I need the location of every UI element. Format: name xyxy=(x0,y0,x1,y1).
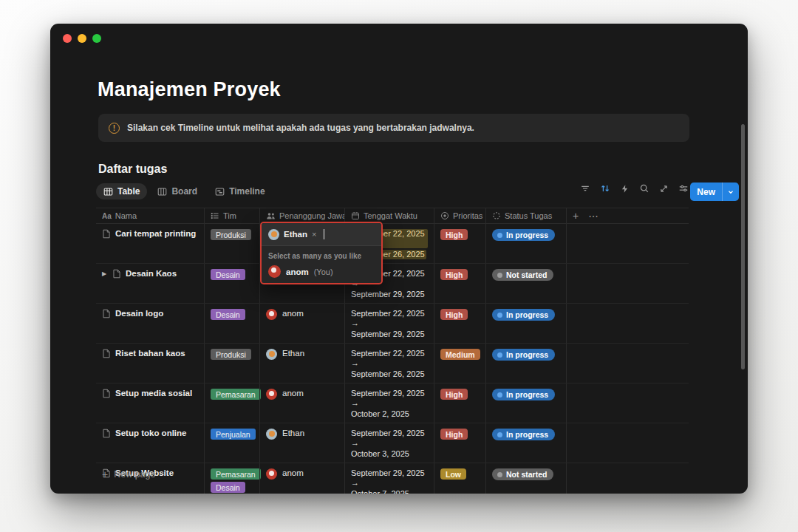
empty-cell xyxy=(566,463,689,494)
priority-tag[interactable]: High xyxy=(440,309,468,320)
person-option[interactable]: anom (You) xyxy=(262,263,381,280)
priority-tag[interactable]: High xyxy=(440,429,468,440)
column-label: Tim xyxy=(223,211,236,220)
new-button-label[interactable]: New xyxy=(690,183,722,201)
team-tag[interactable]: Pemasaran xyxy=(211,468,261,480)
empty-cell xyxy=(566,224,689,263)
tab-board[interactable]: Board xyxy=(150,183,205,200)
new-page-button[interactable]: + New page xyxy=(96,466,161,483)
column-header-nama[interactable]: AaNama xyxy=(96,208,204,223)
status-badge[interactable]: In progress xyxy=(492,389,555,400)
app-window: Manajemen Proyek ! Silakan cek Timeline … xyxy=(50,24,748,494)
priority-tag[interactable]: Low xyxy=(440,468,466,480)
task-name[interactable]: Riset bahan kaos xyxy=(115,349,185,358)
vertical-scrollbar[interactable] xyxy=(741,124,745,369)
team-tag[interactable]: Penjualan xyxy=(211,429,256,440)
popup-hint-text: Select as many as you like xyxy=(262,246,381,263)
expand-icon[interactable] xyxy=(659,184,669,194)
due-date-cell[interactable]: September 29, 2025 →October 2, 2025 xyxy=(344,383,434,423)
table-row[interactable]: Setup toko online Penjualan Ethan Septem… xyxy=(96,423,689,463)
assignee-name[interactable]: anom xyxy=(282,309,304,318)
priority-tag[interactable]: High xyxy=(440,269,468,280)
tab-table[interactable]: Table xyxy=(96,183,147,200)
assignee-name[interactable]: anom xyxy=(282,389,304,398)
due-date-cell[interactable]: September 29, 2025 →October 7, 2025 xyxy=(344,463,434,494)
date-start: September 22, 2025 → xyxy=(351,349,428,368)
column-label: Nama xyxy=(115,211,137,220)
person-option-name: anom xyxy=(286,267,309,276)
settings-sliders-icon[interactable] xyxy=(678,183,689,194)
selected-person-chip[interactable]: Ethan xyxy=(284,230,307,239)
empty-cell xyxy=(566,264,689,303)
priority-tag[interactable]: High xyxy=(440,229,468,240)
status-badge[interactable]: Not started xyxy=(492,269,553,281)
team-tag[interactable]: Produksi xyxy=(211,229,251,240)
column-label: Prioritas xyxy=(453,211,482,220)
zoom-window-button[interactable] xyxy=(92,34,101,43)
table-row[interactable]: Desain logo Desain anom September 22, 20… xyxy=(96,304,689,344)
empty-cell xyxy=(566,383,689,423)
minimize-window-button[interactable] xyxy=(78,34,86,43)
task-name[interactable]: Cari tempat printing xyxy=(115,229,196,238)
page-icon xyxy=(102,229,111,240)
priority-tag[interactable]: Medium xyxy=(440,349,480,360)
tab-timeline[interactable]: Timeline xyxy=(208,183,272,200)
team-tag[interactable]: Pemasaran xyxy=(211,389,261,400)
due-date-cell[interactable]: September 22, 2025 →September 26, 2025 xyxy=(344,344,434,383)
filter-icon[interactable] xyxy=(580,183,590,194)
remove-person-icon[interactable]: × xyxy=(312,230,316,239)
due-date-cell[interactable]: September 29, 2025 →October 3, 2025 xyxy=(344,423,434,463)
task-name[interactable]: Setup media sosial xyxy=(115,389,192,398)
task-name[interactable]: Desain logo xyxy=(115,309,163,318)
status-badge[interactable]: In progress xyxy=(492,309,555,321)
table-more-icon[interactable]: ⋯ xyxy=(588,210,598,222)
status-badge[interactable]: Not started xyxy=(492,468,553,480)
expand-row-icon[interactable]: ▶ xyxy=(102,270,108,277)
column-header-tim[interactable]: Tim xyxy=(204,208,259,223)
list-icon xyxy=(211,211,219,220)
due-date-cell[interactable]: September 22, 2025 →September 29, 2025 xyxy=(344,304,434,343)
team-tag[interactable]: Desain xyxy=(211,482,245,493)
task-name[interactable]: Desain Kaos xyxy=(126,269,177,278)
person-select-input[interactable]: Ethan × xyxy=(262,223,381,246)
column-header-prioritas[interactable]: Prioritas xyxy=(434,208,485,223)
add-column-icon[interactable]: + xyxy=(573,210,579,222)
new-button[interactable]: New xyxy=(690,183,739,201)
avatar xyxy=(268,229,279,240)
column-header-status-tugas[interactable]: Status Tugas xyxy=(485,208,566,223)
assignee-name[interactable]: anom xyxy=(282,468,304,477)
status-badge[interactable]: In progress xyxy=(492,349,555,361)
new-page-label: New page xyxy=(114,469,155,480)
page-icon xyxy=(102,309,111,320)
table-row[interactable]: Setup media sosial Pemasaran anom Septem… xyxy=(96,383,689,423)
column-header-tenggat-waktu[interactable]: Tenggat Waktu xyxy=(344,208,434,223)
status-dot xyxy=(497,233,502,238)
status-badge[interactable]: In progress xyxy=(492,229,555,241)
team-tag[interactable]: Desain xyxy=(211,309,245,320)
assignee-name[interactable]: Ethan xyxy=(282,349,304,358)
table-row[interactable]: Riset bahan kaos Produksi Ethan Septembe… xyxy=(96,344,689,383)
automation-icon[interactable] xyxy=(620,184,630,194)
team-tag[interactable]: Produksi xyxy=(211,349,251,360)
priority-tag[interactable]: High xyxy=(440,389,468,400)
status-dot xyxy=(497,273,502,278)
person-option-suffix: (You) xyxy=(314,267,333,276)
sort-icon[interactable] xyxy=(600,183,610,194)
table-row[interactable]: Setup Website PemasaranDesain anom Septe… xyxy=(96,463,689,494)
status-badge[interactable]: In progress xyxy=(492,429,555,440)
search-icon[interactable] xyxy=(639,183,649,194)
table-header-row: AaNama Tim Penanggung Jawab Tenggat Wakt… xyxy=(96,208,689,224)
task-name[interactable]: Setup toko online xyxy=(115,429,186,437)
column-header-penanggung-jawab[interactable]: Penanggung Jawab xyxy=(259,208,344,223)
table-row[interactable]: Cari tempat printing Produksi Ethan Sept… xyxy=(96,224,689,264)
table-row[interactable]: ▶Desain Kaos Desain anom September 22, 2… xyxy=(96,264,689,304)
callout-text: Silakan cek Timeline untuk melihat apaka… xyxy=(127,123,474,133)
alert-icon: ! xyxy=(109,123,120,134)
empty-cell xyxy=(566,423,689,463)
chevron-down-icon[interactable] xyxy=(722,183,739,201)
date-start: September 29, 2025 → xyxy=(351,389,428,408)
close-window-button[interactable] xyxy=(63,34,72,43)
team-tag[interactable]: Desain xyxy=(211,269,245,280)
assignee-name[interactable]: Ethan xyxy=(282,429,304,437)
page-icon xyxy=(102,389,111,400)
